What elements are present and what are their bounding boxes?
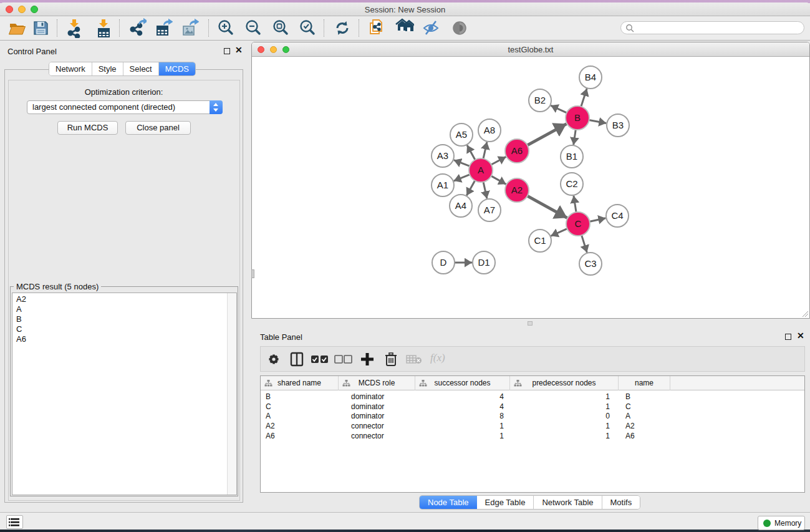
- float-panel-icon[interactable]: [785, 334, 791, 340]
- hide-selected-icon[interactable]: [422, 18, 440, 38]
- cell-predecessor-nodes[interactable]: 0: [547, 411, 610, 421]
- cell-successor-nodes[interactable]: 1: [441, 431, 504, 441]
- graph-node-A[interactable]: A: [469, 158, 493, 182]
- column-header-name[interactable]: name: [619, 376, 670, 390]
- graph-edge-C-C3[interactable]: [582, 235, 587, 253]
- list-item[interactable]: B: [12, 314, 26, 324]
- list-item[interactable]: A2: [12, 294, 26, 304]
- network-canvas[interactable]: B4B2BB3A5A8A6A3B1AA1C2A2A4A7CC4C1C3DD1: [252, 57, 809, 318]
- graph-node-A8[interactable]: A8: [478, 119, 501, 142]
- cell-name[interactable]: C: [625, 402, 663, 412]
- close-panel-icon[interactable]: ✕: [797, 331, 804, 340]
- tab-select[interactable]: Select: [123, 62, 159, 75]
- cell-shared-name[interactable]: A: [266, 411, 328, 421]
- graph-edge-B-B3[interactable]: [589, 120, 607, 123]
- tab-mcds[interactable]: MCDS: [159, 62, 195, 75]
- cell-predecessor-nodes[interactable]: 1: [547, 431, 610, 441]
- graph-edge-C-C1[interactable]: [551, 229, 567, 236]
- cell-shared-name[interactable]: A2: [266, 421, 328, 431]
- graph-edge-B-B2[interactable]: [551, 105, 567, 113]
- tab-style[interactable]: Style: [92, 62, 123, 75]
- graph-node-C4[interactable]: C4: [606, 205, 629, 227]
- column-header-predecessor-nodes[interactable]: predecessor nodes: [510, 376, 619, 390]
- export-image-icon[interactable]: [180, 18, 199, 38]
- cell-successor-nodes[interactable]: 8: [441, 411, 504, 421]
- run-mcds-button[interactable]: Run MCDS: [57, 121, 118, 135]
- list-item[interactable]: A6: [12, 334, 26, 344]
- graph-edge-A-A1[interactable]: [454, 175, 470, 181]
- cell-successor-nodes[interactable]: 4: [441, 402, 504, 412]
- show-panels-button[interactable]: [6, 515, 23, 529]
- resize-grip-icon[interactable]: [801, 310, 809, 317]
- cell-predecessor-nodes[interactable]: 1: [547, 402, 610, 412]
- memory-button[interactable]: Memory: [758, 516, 805, 530]
- table-settings-icon[interactable]: [266, 351, 282, 370]
- mcds-result-list[interactable]: A2 A B C A6: [12, 293, 237, 495]
- close-panel-button[interactable]: Close panel: [125, 121, 191, 135]
- graph-edge-B-B4[interactable]: [581, 89, 587, 107]
- graph-edge-C-C2[interactable]: [574, 196, 576, 212]
- close-panel-icon[interactable]: ✕: [235, 46, 243, 54]
- criterion-dropdown[interactable]: largest connected component (directed): [27, 100, 223, 114]
- cell-mcds-role[interactable]: dominator: [351, 392, 413, 402]
- graph-edge-A-A8[interactable]: [483, 142, 487, 159]
- export-table-icon[interactable]: [154, 18, 173, 38]
- graph-edge-A-A3[interactable]: [454, 160, 470, 167]
- cell-name[interactable]: B: [625, 392, 663, 402]
- zoom-in-icon[interactable]: [216, 18, 235, 38]
- export-network-icon[interactable]: [128, 18, 147, 38]
- graph-edge-A-A7[interactable]: [483, 182, 487, 199]
- column-header-successor-nodes[interactable]: successor nodes: [415, 376, 510, 390]
- graph-node-C2[interactable]: C2: [561, 173, 583, 195]
- cell-predecessor-nodes[interactable]: 1: [547, 392, 610, 402]
- graph-edge-A-A5[interactable]: [467, 145, 475, 160]
- open-session-icon[interactable]: [7, 18, 26, 38]
- graph-node-B[interactable]: B: [566, 106, 589, 130]
- tab-network-table[interactable]: Network Table: [534, 496, 602, 509]
- tab-motifs[interactable]: Motifs: [602, 496, 640, 509]
- cell-shared-name[interactable]: B: [266, 392, 328, 402]
- list-item[interactable]: C: [12, 324, 26, 334]
- cell-name[interactable]: A: [625, 411, 663, 421]
- graph-node-B2[interactable]: B2: [529, 89, 551, 112]
- graph-node-B4[interactable]: B4: [579, 66, 602, 89]
- tab-network[interactable]: Network: [49, 62, 92, 75]
- graph-edge-A-A4[interactable]: [466, 181, 475, 196]
- cell-mcds-role[interactable]: connector: [351, 431, 413, 441]
- list-item[interactable]: A: [12, 304, 26, 314]
- save-session-icon[interactable]: [31, 18, 50, 38]
- refresh-icon[interactable]: [333, 18, 352, 38]
- float-panel-icon[interactable]: [224, 48, 230, 54]
- graph-edge-B-B1[interactable]: [574, 130, 576, 145]
- graph-node-A1[interactable]: A1: [432, 174, 454, 196]
- import-network-icon[interactable]: [65, 18, 84, 38]
- zoom-selected-icon[interactable]: [298, 18, 317, 38]
- tab-node-table[interactable]: Node Table: [420, 496, 477, 509]
- column-header-shared-name[interactable]: shared name: [261, 376, 339, 390]
- search-input[interactable]: [620, 21, 804, 34]
- graph-node-A3[interactable]: A3: [432, 145, 454, 167]
- show-all-icon[interactable]: [450, 18, 469, 38]
- split-pane-handle[interactable]: [528, 321, 533, 326]
- graph-node-A2[interactable]: A2: [505, 178, 529, 202]
- select-all-columns-icon[interactable]: [311, 354, 329, 367]
- zoom-out-icon[interactable]: [244, 18, 263, 38]
- graph-edge-C-C4[interactable]: [590, 218, 606, 221]
- cell-mcds-role[interactable]: dominator: [351, 411, 413, 421]
- cell-mcds-role[interactable]: dominator: [351, 402, 413, 412]
- graph-node-A6[interactable]: A6: [505, 139, 529, 163]
- cell-mcds-role[interactable]: connector: [351, 421, 413, 431]
- graph-node-A5[interactable]: A5: [450, 123, 473, 146]
- graph-node-C3[interactable]: C3: [579, 253, 602, 275]
- cell-successor-nodes[interactable]: 1: [441, 421, 504, 431]
- tab-edge-table[interactable]: Edge Table: [477, 496, 534, 509]
- delete-column-icon[interactable]: [383, 351, 399, 370]
- cell-shared-name[interactable]: A6: [266, 431, 328, 441]
- clone-network-icon[interactable]: [367, 18, 385, 38]
- graph-node-A4[interactable]: A4: [450, 195, 472, 217]
- scrollbar-track[interactable]: [227, 293, 236, 495]
- graph-node-D[interactable]: D: [432, 251, 455, 274]
- graph-node-D1[interactable]: D1: [473, 251, 495, 274]
- graph-node-C[interactable]: C: [566, 212, 590, 236]
- zoom-fit-icon[interactable]: [271, 18, 290, 38]
